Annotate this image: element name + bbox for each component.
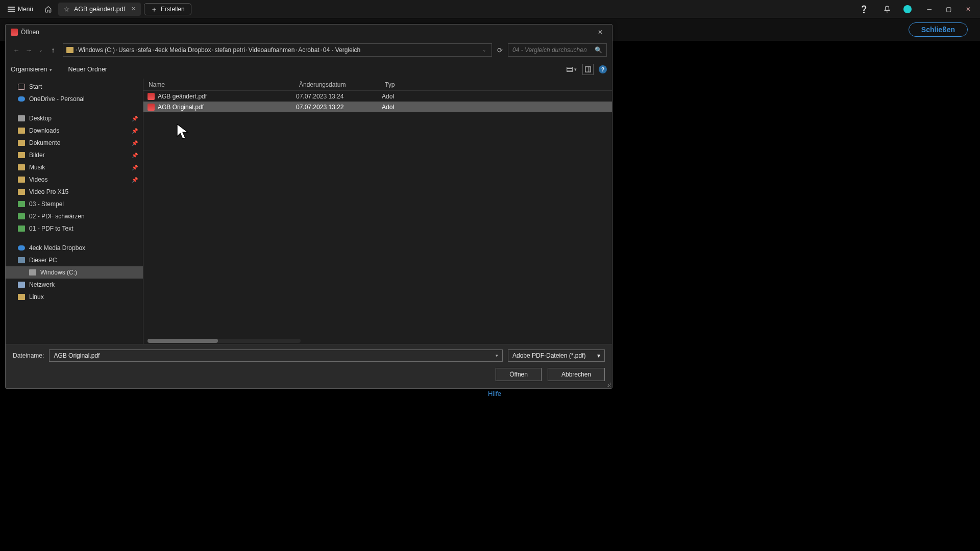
nav-recent-dropdown[interactable]: ⌄ bbox=[35, 47, 46, 53]
help-link[interactable]: Hilfe bbox=[488, 390, 501, 397]
folder-icon bbox=[66, 47, 74, 53]
sidebar-item[interactable]: Desktop📌 bbox=[6, 112, 143, 124]
chevron-right-icon: › bbox=[296, 47, 297, 53]
refresh-button[interactable]: ⟳ bbox=[497, 46, 503, 54]
sidebar-item[interactable]: Bilder📌 bbox=[6, 149, 143, 161]
window-maximize-icon[interactable]: ▢ bbox=[946, 6, 951, 13]
resize-handle[interactable] bbox=[606, 382, 611, 387]
breadcrumb[interactable]: Acrobat bbox=[298, 46, 319, 54]
sidebar-item-label: Bilder bbox=[29, 152, 45, 159]
folder-icon bbox=[18, 245, 25, 251]
star-icon: ☆ bbox=[63, 5, 70, 13]
sidebar-item[interactable]: Netzwerk bbox=[6, 279, 143, 291]
dialog-title: Öffnen bbox=[21, 29, 39, 36]
sidebar-item-label: Videos bbox=[29, 176, 47, 183]
sidebar-item[interactable]: Video Pro X15 bbox=[6, 186, 143, 198]
folder-icon bbox=[18, 213, 25, 219]
notification-bell-icon[interactable] bbox=[880, 3, 894, 16]
folder-icon bbox=[29, 269, 36, 276]
sidebar-item-label: Desktop bbox=[29, 115, 52, 122]
breadcrumb[interactable]: stefan petri bbox=[214, 46, 244, 54]
file-open-dialog: Öffnen ✕ ← → ⌄ ↑ › Windows (C:) › Users … bbox=[5, 24, 612, 389]
file-type: Adol bbox=[382, 93, 612, 100]
dialog-body: StartOneDrive - PersonalDesktop📌Download… bbox=[6, 79, 612, 344]
dialog-help-button[interactable]: ? bbox=[599, 65, 607, 73]
cancel-button[interactable]: Abbrechen bbox=[548, 368, 605, 381]
search-input[interactable]: 04 - Vergleich durchsuchen 🔍 bbox=[508, 43, 607, 57]
sidebar-item[interactable]: Windows (C:) bbox=[6, 266, 143, 279]
pin-icon: 📌 bbox=[132, 116, 138, 121]
sidebar-item-label: 01 - PDF to Text bbox=[29, 225, 73, 232]
view-mode-button[interactable]: ▾ bbox=[566, 64, 577, 75]
new-folder-button[interactable]: Neuer Ordner bbox=[68, 66, 107, 73]
home-button[interactable] bbox=[41, 3, 55, 16]
chevron-down-icon[interactable]: ▾ bbox=[597, 352, 600, 359]
tab-close-button[interactable]: ✕ bbox=[129, 5, 138, 13]
sidebar-item-label: Linux bbox=[29, 293, 44, 300]
sidebar-item[interactable]: 01 - PDF to Text bbox=[6, 222, 143, 235]
breadcrumb[interactable]: Windows (C:) bbox=[78, 46, 115, 54]
window-close-icon[interactable]: ✕ bbox=[966, 6, 971, 13]
organize-menu[interactable]: Organisieren▾ bbox=[11, 66, 52, 73]
window-minimize-icon[interactable]: ─ bbox=[927, 6, 932, 13]
create-button[interactable]: ＋ Erstellen bbox=[144, 3, 191, 15]
nav-up-button[interactable]: ↑ bbox=[47, 46, 59, 54]
dialog-toolbar: Organisieren▾ Neuer Ordner ▾ ? bbox=[6, 60, 612, 79]
sidebar-item[interactable]: OneDrive - Personal bbox=[6, 93, 143, 105]
search-icon: 🔍 bbox=[595, 46, 602, 54]
sidebar-item[interactable]: Musik📌 bbox=[6, 161, 143, 173]
sidebar-item[interactable]: 02 - PDF schwärzen bbox=[6, 210, 143, 222]
horizontal-scrollbar[interactable] bbox=[148, 339, 301, 343]
user-avatar[interactable] bbox=[903, 5, 912, 13]
file-name: AGB geändert.pdf bbox=[158, 93, 296, 100]
sidebar-item[interactable]: Videos📌 bbox=[6, 173, 143, 186]
address-bar[interactable]: › Windows (C:) › Users › stefa › 4eck Me… bbox=[63, 43, 492, 57]
column-type[interactable]: Typ bbox=[380, 81, 612, 88]
sidebar-item[interactable]: Dieser PC bbox=[6, 254, 143, 266]
nav-forward-button[interactable]: → bbox=[23, 46, 34, 54]
search-placeholder: 04 - Vergleich durchsuchen bbox=[512, 46, 587, 54]
file-list: Name Änderungsdatum Typ AGB geändert.pdf… bbox=[143, 79, 612, 344]
tab-title: AGB geändert.pdf bbox=[74, 6, 125, 13]
help-icon[interactable]: ❔ bbox=[856, 3, 871, 16]
sidebar-item[interactable]: 4eck Media Dropbox bbox=[6, 242, 143, 254]
sidebar-item[interactable]: Start bbox=[6, 81, 143, 93]
folder-icon bbox=[18, 201, 25, 207]
file-date: 07.07.2023 13:22 bbox=[296, 104, 382, 111]
pin-icon: 📌 bbox=[132, 177, 138, 183]
close-button[interactable]: Schließen bbox=[909, 22, 968, 37]
sidebar-item[interactable]: Dokumente📌 bbox=[6, 137, 143, 149]
document-tab[interactable]: ☆ AGB geändert.pdf ✕ bbox=[58, 3, 141, 16]
column-name[interactable]: Name bbox=[143, 81, 294, 88]
filetype-value: Adobe PDF-Dateien (*.pdf) bbox=[512, 352, 585, 359]
filename-input[interactable]: AGB Original.pdf ▾ bbox=[49, 349, 503, 362]
pin-icon: 📌 bbox=[132, 128, 138, 134]
scrollbar-thumb[interactable] bbox=[148, 339, 218, 343]
chevron-down-icon[interactable]: ⌄ bbox=[482, 47, 486, 53]
breadcrumb[interactable]: Users bbox=[118, 46, 134, 54]
breadcrumb[interactable]: 04 - Vergleich bbox=[323, 46, 360, 54]
open-button[interactable]: Öffnen bbox=[496, 368, 542, 381]
breadcrumb[interactable]: Videoaufnahmen bbox=[249, 46, 295, 54]
sidebar-item[interactable]: Linux bbox=[6, 291, 143, 303]
file-row[interactable]: AGB geändert.pdf07.07.2023 13:24Adol bbox=[143, 91, 612, 102]
breadcrumb[interactable]: stefa bbox=[138, 46, 151, 54]
sidebar-item-label: Musik bbox=[29, 164, 45, 171]
file-date: 07.07.2023 13:24 bbox=[296, 93, 382, 100]
nav-back-button[interactable]: ← bbox=[11, 46, 22, 54]
column-date[interactable]: Änderungsdatum bbox=[294, 81, 380, 88]
dialog-close-button[interactable]: ✕ bbox=[594, 29, 607, 36]
folder-icon bbox=[18, 294, 25, 300]
sidebar-item[interactable]: Downloads📌 bbox=[6, 124, 143, 137]
file-list-header: Name Änderungsdatum Typ bbox=[143, 79, 612, 91]
menu-button[interactable]: Menü bbox=[3, 4, 38, 15]
filetype-select[interactable]: Adobe PDF-Dateien (*.pdf) ▾ bbox=[508, 349, 605, 362]
chevron-right-icon: › bbox=[246, 47, 248, 53]
file-row[interactable]: AGB Original.pdf07.07.2023 13:22Adol bbox=[143, 102, 612, 112]
sidebar-item[interactable]: 03 - Stempel bbox=[6, 198, 143, 210]
sidebar-item-label: 02 - PDF schwärzen bbox=[29, 213, 85, 220]
preview-pane-button[interactable] bbox=[582, 64, 594, 75]
breadcrumb[interactable]: 4eck Media Dropbox bbox=[155, 46, 211, 54]
chevron-down-icon[interactable]: ▾ bbox=[496, 353, 498, 358]
chevron-right-icon: › bbox=[212, 47, 213, 53]
